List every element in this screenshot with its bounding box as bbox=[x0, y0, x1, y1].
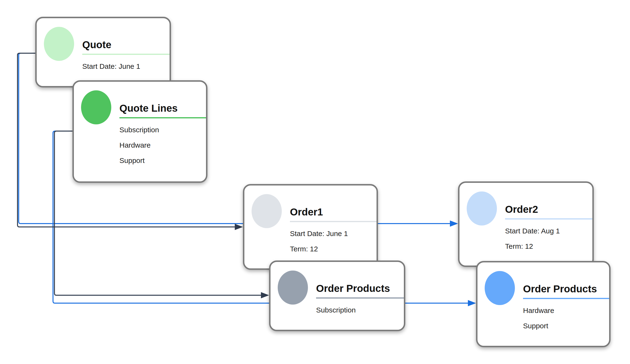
card-title: Quote Lines bbox=[120, 103, 206, 114]
quote-text-column: Quote Start Date: June 1 bbox=[82, 39, 170, 74]
title-underline bbox=[523, 298, 609, 299]
order-products-2-text-column: Order Products Hardware Support bbox=[523, 284, 609, 334]
card-item: Term: 12 bbox=[290, 241, 376, 257]
card-item: Hardware bbox=[120, 138, 206, 153]
card-item: Subscription bbox=[316, 302, 404, 318]
card-order-products-1: Order Products Subscription bbox=[269, 261, 405, 331]
card-quote: Quote Start Date: June 1 bbox=[35, 17, 171, 87]
arrowhead-order1 bbox=[235, 224, 243, 230]
card-item: Hardware bbox=[523, 303, 609, 318]
card-items: Start Date: June 1 bbox=[82, 59, 170, 74]
order-products-2-circle bbox=[485, 271, 515, 305]
title-underline bbox=[316, 297, 404, 299]
order2-text-column: Order2 Start Date: Aug 1 Term: 12 bbox=[505, 204, 592, 254]
card-quote-lines: Quote Lines Subscription Hardware Suppor… bbox=[72, 80, 208, 183]
card-order-products-2: Order Products Hardware Support bbox=[476, 261, 610, 347]
card-title: Order2 bbox=[505, 204, 592, 215]
card-item: Start Date: June 1 bbox=[82, 59, 170, 74]
card-items: Start Date: Aug 1 Term: 12 bbox=[505, 223, 592, 254]
card-item: Start Date: June 1 bbox=[290, 226, 376, 241]
card-item: Support bbox=[120, 153, 206, 168]
card-title: Order Products bbox=[523, 284, 609, 295]
card-title: Quote bbox=[82, 39, 170, 50]
card-order1: Order1 Start Date: June 1 Term: 12 bbox=[243, 184, 378, 270]
arrowhead-orderproducts1 bbox=[261, 292, 269, 298]
order2-circle bbox=[467, 191, 497, 226]
card-items: Hardware Support bbox=[523, 303, 609, 334]
order-products-1-text-column: Order Products Subscription bbox=[316, 283, 404, 318]
arrowhead-orderproducts2 bbox=[468, 300, 476, 306]
card-items: Subscription bbox=[316, 302, 404, 318]
card-order2: Order2 Start Date: Aug 1 Term: 12 bbox=[458, 181, 594, 267]
card-items: Subscription Hardware Support bbox=[120, 122, 206, 168]
order1-text-column: Order1 Start Date: June 1 Term: 12 bbox=[290, 207, 376, 257]
diagram-canvas: Quote Start Date: June 1 Order1 Start Da… bbox=[0, 0, 630, 364]
card-item: Term: 12 bbox=[505, 239, 592, 254]
card-title: Order1 bbox=[290, 207, 376, 218]
title-underline bbox=[290, 221, 376, 222]
order-products-1-circle bbox=[278, 271, 308, 305]
title-underline bbox=[120, 117, 206, 118]
arrowhead-order2 bbox=[450, 220, 458, 227]
card-item: Support bbox=[523, 318, 609, 334]
quote-circle bbox=[44, 27, 74, 61]
order1-circle bbox=[252, 194, 282, 228]
title-underline bbox=[82, 54, 170, 55]
card-item: Start Date: Aug 1 bbox=[505, 223, 592, 239]
card-items: Start Date: June 1 Term: 12 bbox=[290, 226, 376, 257]
card-title: Order Products bbox=[316, 283, 404, 294]
card-item: Subscription bbox=[120, 122, 206, 138]
quote-lines-circle bbox=[81, 90, 111, 124]
quote-lines-text-column: Quote Lines Subscription Hardware Suppor… bbox=[120, 103, 206, 168]
title-underline bbox=[505, 218, 592, 220]
